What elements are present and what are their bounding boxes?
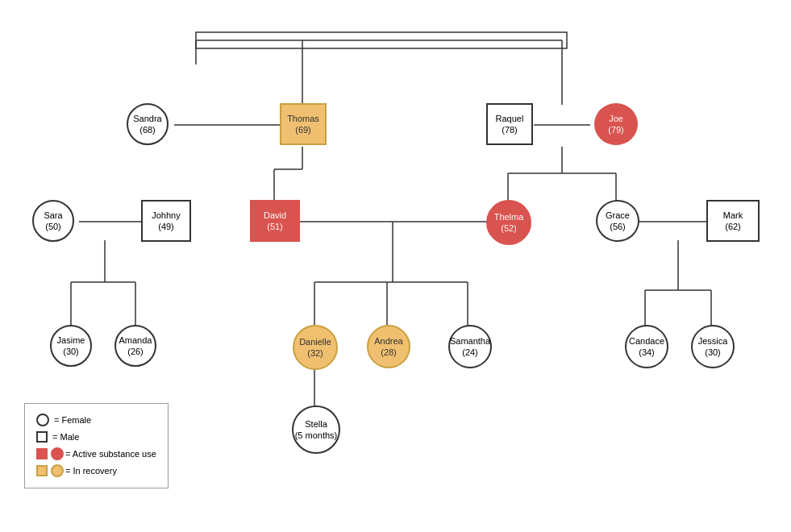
- shape-sandra: Sandra (68): [127, 103, 169, 145]
- node-danielle: Danielle (32): [289, 325, 342, 370]
- node-david: David (51): [248, 200, 302, 242]
- name-amanda: Amanda: [119, 335, 152, 346]
- name-mark: Mark: [723, 210, 743, 221]
- name-david: David: [264, 210, 286, 221]
- node-sandra: Sandra (68): [119, 103, 176, 145]
- name-sandra: Sandra: [133, 113, 161, 124]
- name-grace: Grace: [606, 210, 630, 221]
- age-danielle: (32): [307, 347, 323, 359]
- age-david: (51): [267, 221, 283, 232]
- node-johhny: Johhny (49): [139, 200, 193, 242]
- name-jasime: Jasime: [57, 335, 85, 346]
- legend-row-active: = Active substance use: [36, 446, 156, 463]
- age-sandra: (68): [139, 124, 156, 135]
- shape-grace: Grace (56): [596, 200, 639, 242]
- legend-male-label: = Male: [52, 429, 79, 446]
- legend-recovery-square-icon: [36, 465, 48, 476]
- node-grace: Grace (56): [592, 200, 643, 242]
- node-thomas: Thomas (69): [278, 103, 328, 145]
- age-joe: (79): [608, 124, 624, 135]
- legend-female-icon: [36, 414, 49, 426]
- age-mark: (62): [725, 221, 741, 232]
- shape-sara: Sara (50): [32, 200, 74, 242]
- shape-joe: Joe (79): [594, 103, 638, 145]
- shape-thelma: Thelma (52): [486, 200, 531, 245]
- name-sara: Sara: [44, 210, 62, 221]
- age-andrea: (28): [381, 347, 397, 358]
- age-amanda: (26): [127, 346, 144, 357]
- age-johhny: (49): [158, 221, 174, 232]
- node-thelma: Thelma (52): [482, 200, 535, 245]
- name-candace: Candace: [629, 335, 664, 347]
- age-thomas: (69): [295, 124, 311, 135]
- legend: = Female = Male = Active substance use =…: [24, 403, 169, 488]
- svg-rect-30: [196, 32, 567, 48]
- name-jessica: Jessica: [698, 335, 728, 347]
- age-thelma: (52): [501, 222, 517, 234]
- shape-stella: Stella (5 months): [292, 405, 340, 454]
- name-danielle: Danielle: [299, 336, 331, 347]
- node-stella: Stella (5 months): [287, 405, 345, 454]
- shape-raquel: Raquel (78): [486, 103, 533, 145]
- age-grace: (56): [610, 221, 626, 232]
- age-raquel: (78): [502, 124, 518, 135]
- age-samantha: (24): [462, 347, 478, 358]
- shape-jessica: Jessica (30): [691, 325, 735, 368]
- shape-david: David (51): [250, 200, 300, 242]
- shape-johhny: Johhny (49): [141, 200, 191, 242]
- legend-active-square-icon: [36, 448, 48, 459]
- node-jasime: Jasime (30): [45, 325, 97, 367]
- legend-recovery-label: = In recovery: [65, 463, 117, 480]
- legend-active-label: = Active substance use: [65, 446, 156, 463]
- shape-jasime: Jasime (30): [50, 325, 92, 367]
- node-amanda: Amanda (26): [110, 325, 161, 367]
- age-stella: (5 months): [295, 430, 338, 441]
- name-thomas: Thomas: [287, 113, 319, 124]
- node-candace: Candace (34): [620, 325, 673, 368]
- name-andrea: Andrea: [374, 335, 402, 347]
- node-mark: Mark (62): [705, 200, 761, 242]
- shape-samantha: Samantha (24): [448, 325, 492, 368]
- legend-male-icon: [36, 431, 48, 443]
- age-sara: (50): [45, 221, 61, 232]
- age-jasime: (30): [63, 346, 79, 357]
- legend-row-male: = Male: [36, 429, 156, 446]
- name-thelma: Thelma: [494, 211, 524, 222]
- legend-female-label: = Female: [54, 412, 91, 429]
- node-joe: Joe (79): [590, 103, 642, 145]
- legend-recovery-circle-icon: [51, 464, 64, 477]
- node-raquel: Raquel (78): [485, 103, 535, 145]
- shape-danielle: Danielle (32): [293, 325, 338, 370]
- node-andrea: Andrea (28): [364, 325, 413, 368]
- shape-amanda: Amanda (26): [114, 325, 156, 367]
- name-stella: Stella: [305, 418, 327, 430]
- node-jessica: Jessica (30): [686, 325, 739, 368]
- legend-row-recovery: = In recovery: [36, 463, 156, 480]
- name-raquel: Raquel: [496, 113, 524, 124]
- name-joe: Joe: [609, 113, 623, 124]
- age-candace: (34): [639, 347, 655, 358]
- legend-active-circle-icon: [51, 447, 64, 460]
- shape-thomas: Thomas (69): [280, 103, 327, 145]
- shape-andrea: Andrea (28): [367, 325, 410, 368]
- name-johhny: Johhny: [152, 210, 180, 221]
- name-samantha: Samantha: [450, 335, 490, 347]
- legend-row-female: = Female: [36, 412, 156, 429]
- shape-candace: Candace (34): [625, 325, 668, 368]
- genogram: Sandra (68) Thomas (69) Raquel (78) Joe …: [0, 0, 791, 532]
- age-jessica: (30): [705, 347, 721, 358]
- node-samantha: Samantha (24): [443, 325, 497, 368]
- shape-mark: Mark (62): [706, 200, 760, 242]
- node-sara: Sara (50): [28, 200, 78, 242]
